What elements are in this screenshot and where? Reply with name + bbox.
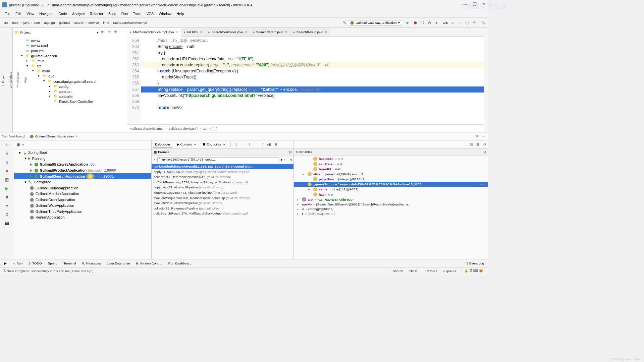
tree-item[interactable]: ▾📁src [13,63,127,68]
encoding[interactable]: UTF-8 ÷ [423,269,440,273]
grid-icon[interactable]: ▦ [16,142,20,148]
hide-icon[interactable]: — [120,30,125,35]
filter-icon[interactable]: ▿ [290,158,292,162]
project-tree[interactable]: mmvnwmmvnw.cmdmpom.xml▾📁gulimall-search▸… [13,37,127,132]
event-log-tab[interactable]: 📋 Event Log [462,261,487,266]
dashboard-tab[interactable]: ⬤ GulimallSearchApplication ✕ [28,134,80,139]
tree-item[interactable]: ▾📁controller [13,94,127,99]
tree-item[interactable]: ▾📁gulimall-search [13,53,127,58]
profile-icon[interactable]: ◷ [427,20,432,25]
dashboard-apps-tree[interactable]: ▦ ▿ ▾🍃Spring Boot ▾▶Running ▶⬤GulimallGa… [14,140,151,259]
vcs-history-icon[interactable]: 🕘 [465,20,470,25]
menu-analyze[interactable]: Analyze [69,12,87,16]
tree-item[interactable]: ▸📁.mvn [13,58,127,63]
minimize-button[interactable]: — [463,3,468,7]
bottom-tab[interactable]: Spring [45,261,60,266]
breadcrumb-item[interactable]: main [11,20,20,25]
breadcrumb-item[interactable]: src [3,20,9,25]
app-item[interactable]: ⬤GulimallCouponApplication [14,185,151,191]
frame-item[interactable]: apply:-1, 500695679 (com.atguigu.gulimal… [152,169,293,175]
frame-item[interactable]: collect:499, ReferencePipeline (java.uti… [152,205,293,211]
locate-icon[interactable]: ⊕ [100,30,105,35]
thread-selector[interactable] [157,157,279,162]
frame-item[interactable]: evaluateSequential:708, ReduceOps$Reduce… [152,195,293,200]
variable-item[interactable]: ▸s = {String[2]@9862} [294,207,488,212]
vcs-update-icon[interactable]: ↙ [450,20,455,25]
tree-item[interactable]: mpom.xml [13,48,127,53]
app-item[interactable]: ⬤GulimallThirdPartyApplication [14,208,151,215]
breakpoint-icon[interactable]: ● [4,202,10,208]
configured-group[interactable]: ▾🔧Configured [14,179,151,185]
project-tool-tab[interactable]: 1: Project [1,73,6,87]
tree-item[interactable]: mmvnw [13,38,127,43]
favorites-tool-tab[interactable]: 2: Favorites [8,71,13,89]
minimize-panel-icon[interactable]: — [482,134,487,139]
breadcrumb-item[interactable]: search [73,20,86,25]
filter-icon[interactable]: ▿ [22,142,24,148]
app-item[interactable]: ⬤GulimallMemberApplication [14,191,151,197]
layout-icon[interactable]: ▤ [469,142,474,147]
editor-tab[interactable]: ●SearchController.java✕ [205,28,250,36]
variable-item[interactable]: ▸r = {R@9863} size = 3 [294,212,488,216]
rerun-icon[interactable]: ↻ [4,142,10,148]
editor-tab[interactable]: ●list.html✕ [181,28,206,36]
breadcrumb-item[interactable]: com [33,20,41,25]
code-content[interactable]: //attrs= 15_海思（Hisilicon） String encode … [141,37,483,124]
coverage-icon[interactable]: ⛶ [420,20,425,25]
vcs-commit-icon[interactable]: ✓ [458,20,462,25]
gear-icon[interactable]: ⚙ [475,134,480,139]
tree-item[interactable]: ▸📁constant [13,89,127,94]
variable-item[interactable]: fskuPrice = null [294,162,488,167]
stop-icon[interactable]: ■ [4,168,10,174]
app-item[interactable]: ▶⬤GulimallProductApplication [devtools] … [14,167,151,173]
frame-item[interactable]: accept:193, ReferencePipeline$3$1 (java.… [152,174,293,180]
variable-item[interactable]: ▸navVo = {SearchResult$NavVo@9861} "Sear… [294,202,488,207]
variable-item[interactable]: fbrandId = null [294,167,488,172]
tab-console[interactable]: ▶ Console → [174,141,199,147]
menu-run[interactable]: Run [119,12,130,16]
close-icon[interactable]: ✕ [75,135,78,138]
stop-icon[interactable]: ■ [434,20,439,25]
vcs-revert-icon[interactable]: ↶ [472,20,477,25]
drop-frame-icon[interactable]: ⤴ [260,142,265,147]
menu-refactor[interactable]: Refactor [87,12,106,16]
variable-item[interactable]: ▾f_queryString = "keyword=%E6%89%8B%E6%9… [294,182,488,187]
code-editor[interactable]: 359360361362363364365366367368369370 //a… [127,37,484,124]
tree-item[interactable]: ▾📁com.atguigu.gulimall.search [13,79,127,84]
tree-item[interactable]: CElasticSaveController [13,99,127,104]
menu-build[interactable]: Build [106,12,119,16]
next-frame-icon[interactable]: ↓ [287,158,289,162]
force-step-icon[interactable]: ⇓ [247,142,252,147]
indent[interactable]: 4 spaces ÷ [440,269,462,273]
chevron-down-icon[interactable]: ▾ [281,158,282,162]
tree-item[interactable]: ▾📁java [13,74,127,79]
gear-icon[interactable]: ⚙ [113,30,118,35]
prev-frame-icon[interactable]: ↑ [284,158,286,162]
app-item[interactable]: ⬤GulimallOrderApplication [14,197,151,203]
frame-item[interactable]: buildSearchResult:370, MallSearchService… [152,211,293,216]
running-group[interactable]: ▾▶Running [14,156,151,162]
build-icon[interactable]: 🔨 [342,20,347,25]
camera-icon[interactable]: 📷 [4,220,10,226]
structure-tool-tab[interactable]: 7: Structure [15,71,21,89]
bottom-tab[interactable]: 4: Run [10,261,25,266]
frames-list[interactable]: lambda$buildSearchResult$1:366, MallSear… [152,164,293,259]
web-tool-tab[interactable]: Web [23,76,28,84]
tree-item[interactable]: ▸📁config [13,84,127,89]
bottom-tab[interactable]: Terminal [61,261,78,266]
close-icon[interactable]: ✕ [175,31,178,34]
breadcrumb-item[interactable]: impl [102,20,110,25]
variable-item[interactable]: fpageNum = {Integer@9174} 1 [294,177,488,182]
frame-item[interactable]: copyInto:481, AbstractPipeline (java.uti… [152,185,293,190]
frame-item[interactable]: evaluate:234, AbstractPipeline (java.uti… [152,200,293,206]
maximize-button[interactable]: ☐ [472,3,477,7]
variable-item[interactable]: ▸fvalue = {char[111]@9852} [294,187,488,192]
run-config-selector[interactable]: ⬤ GulimallGatewayApplication ▾ [348,20,402,25]
variable-item[interactable]: ▸fattrs = {ArrayList@9849} size = 2 [294,172,488,177]
breadcrumb-item[interactable]: atguigu [43,20,56,25]
menu-view[interactable]: View [24,12,37,16]
chevron-down-icon[interactable]: ▾ [97,31,98,34]
app-item[interactable]: ⬤GulimallWareApplication [14,202,151,208]
bottom-tab[interactable]: Java Enterprise [104,261,132,266]
frame-item[interactable]: wrapAndCopyInto:471, AbstractPipeline (j… [152,190,293,195]
